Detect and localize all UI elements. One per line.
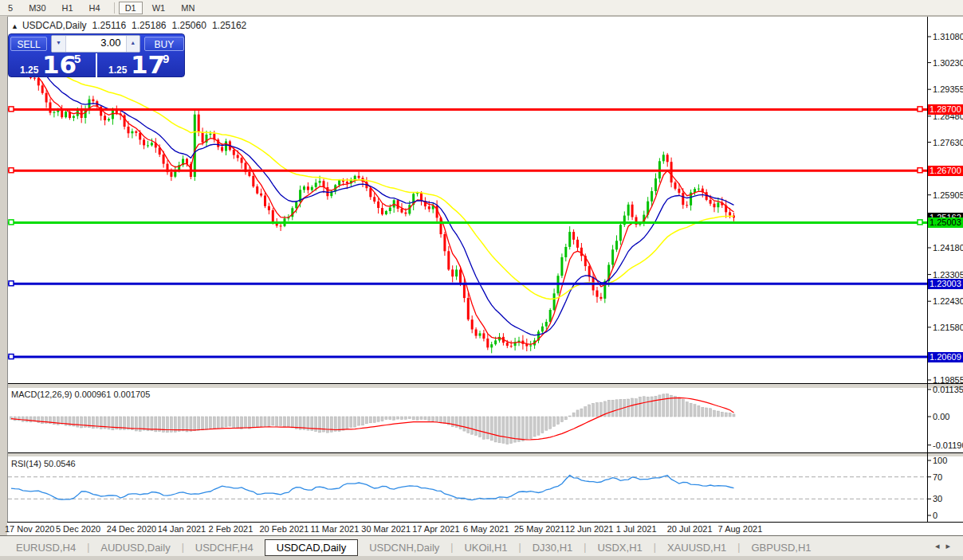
rsi-tick: 70	[933, 472, 942, 482]
ohlc-low: 1.25060	[172, 20, 206, 31]
buy-button[interactable]: BUY	[144, 37, 184, 51]
date-tick: 5 Dec 2020	[56, 524, 100, 534]
date-tick: 17 Nov 2020	[5, 524, 54, 534]
hline-handle[interactable]	[918, 168, 922, 173]
hline-handle[interactable]	[9, 220, 14, 225]
chart-tab-bar: EURUSD,H4|AUDUSD,Daily|USDCHF,H4USDCAD,D…	[0, 535, 963, 560]
timeframe-toolbar: 5M30H1H4D1W1MN	[0, 0, 963, 16]
tab-scroll-left-icon[interactable]: ◂	[935, 541, 946, 550]
macd-tick: 0.01135	[933, 385, 963, 394]
one-click-trading-panel: SELL ▼ 3.00 ▲ BUY 1.25 16 5 1.25 17 9	[8, 33, 185, 77]
chart-tab-audusd[interactable]: AUDUSD,Daily	[89, 540, 181, 555]
price-tick: 1.24180	[933, 243, 963, 253]
timeframe-button-m30[interactable]: M30	[22, 2, 52, 14]
rsi-tick: 100	[933, 456, 947, 465]
price-tick: 1.19855	[933, 375, 963, 385]
date-tick: 1 Jul 2021	[616, 524, 657, 534]
price-flag-1.28700: 1.28700	[928, 104, 963, 115]
chart-tab-xauusd[interactable]: XAUUSD,H1	[656, 540, 737, 555]
sell-button[interactable]: SELL	[10, 37, 47, 51]
ohlc-open: 1.25116	[92, 20, 127, 31]
price-tick: 1.30230	[933, 58, 963, 68]
chart-tab-dj30[interactable]: DJ30,H1	[521, 540, 584, 555]
buy-price-big-digits: 17	[131, 50, 165, 79]
chart-symbol-label: USDCAD,Daily	[22, 20, 87, 31]
date-tick: 6 May 2021	[463, 524, 509, 534]
sell-price[interactable]: 1.25 16 5	[9, 53, 96, 77]
volume-decrease-button[interactable]: ▼	[52, 36, 65, 52]
price-tick: 1.27630	[933, 138, 963, 147]
date-tick: 11 Mar 2021	[310, 524, 359, 534]
timeframe-button-mn[interactable]: MN	[175, 2, 201, 14]
sell-price-prefix: 1.25	[20, 65, 38, 76]
price-flag-1.26700: 1.26700	[928, 166, 963, 176]
hline-handle[interactable]	[9, 281, 14, 286]
mt4-terminal-window: 5M30H1H4D1W1MN ▲USDCAD,Daily1.251161.251…	[0, 0, 963, 560]
sell-price-pip-digit: 5	[74, 52, 81, 65]
rsi-tick: 0	[933, 511, 937, 520]
hline-handle[interactable]	[9, 354, 14, 359]
macd-tick: 0.00	[933, 412, 949, 421]
date-tick: 25 May 2021	[514, 524, 565, 534]
chart-tab-usdcnh[interactable]: USDCNH,Daily	[358, 540, 450, 555]
chart-tab-usdx[interactable]: USDX,H1	[586, 540, 653, 555]
buy-price-pip-digit: 9	[163, 52, 169, 65]
price-chart-canvas[interactable]	[0, 0, 963, 560]
tabbar-strip	[0, 556, 963, 560]
macd-tick: -0.01190	[933, 441, 963, 450]
volume-input[interactable]: 3.00	[66, 36, 126, 52]
price-tick: 1.29355	[933, 84, 963, 94]
price-flag-1.20609: 1.20609	[928, 352, 963, 362]
buy-price-prefix: 1.25	[108, 65, 127, 76]
date-tick: 17 Apr 2021	[412, 524, 459, 534]
macd-indicator-label: MACD(12,26,9) 0.000961 0.001705	[11, 390, 150, 399]
date-tick: 20 Jul 2021	[667, 524, 713, 534]
price-tick: 1.22430	[933, 296, 963, 306]
chart-title: ▲USDCAD,Daily1.251161.251861.250601.2516…	[11, 20, 246, 31]
price-flag-1.25003: 1.25003	[928, 217, 963, 228]
hline-handle[interactable]	[9, 168, 14, 173]
ohlc-high: 1.25186	[132, 20, 166, 31]
price-tick: 1.31080	[933, 32, 963, 41]
timeframe-button-d1[interactable]: D1	[119, 2, 143, 14]
chart-tab-eurusd[interactable]: EURUSD,H4	[5, 540, 87, 555]
volume-increase-button[interactable]: ▲	[126, 36, 140, 52]
hline-handle[interactable]	[918, 220, 922, 225]
price-tick: 1.25905	[933, 190, 963, 200]
timeframe-button-w1[interactable]: W1	[146, 2, 172, 14]
buy-price[interactable]: 1.25 17 9	[97, 53, 184, 77]
date-tick: 2 Feb 2021	[209, 524, 254, 534]
date-tick: 7 Aug 2021	[718, 524, 763, 534]
timeframe-button-h1[interactable]: H1	[56, 2, 80, 14]
date-tick: 24 Dec 2020	[107, 524, 156, 534]
symbol-marker-icon: ▲	[11, 22, 18, 30]
ohlc-close: 1.25162	[212, 20, 246, 31]
chart-tab-gbpusd[interactable]: GBPUSD,H1	[740, 540, 822, 555]
price-tick: 1.21580	[933, 323, 963, 332]
sell-price-big-digits: 16	[42, 50, 77, 79]
chart-tab-usdcad[interactable]: USDCAD,Daily	[265, 539, 358, 556]
hline-handle[interactable]	[9, 107, 14, 112]
price-flag-1.23003: 1.23003	[928, 279, 963, 289]
toolbar-separator	[114, 2, 115, 14]
hline-handle[interactable]	[918, 107, 922, 112]
date-tick: 14 Jan 2021	[158, 524, 206, 534]
chart-tab-ukoil[interactable]: UKOil,H1	[453, 540, 518, 555]
date-tick: 30 Mar 2021	[361, 524, 411, 534]
timeframe-button-h4[interactable]: H4	[83, 2, 107, 14]
rsi-tick: 30	[933, 494, 942, 503]
rsi-indicator-label: RSI(14) 50.0546	[11, 459, 76, 468]
chart-tab-usdchf[interactable]: USDCHF,H4	[184, 540, 265, 555]
date-tick: 12 Jun 2021	[565, 524, 614, 534]
timeframe-button-5[interactable]: 5	[2, 2, 19, 14]
date-tick: 20 Feb 2021	[260, 524, 309, 534]
tab-scroll-right-icon[interactable]: ▸	[945, 541, 957, 550]
